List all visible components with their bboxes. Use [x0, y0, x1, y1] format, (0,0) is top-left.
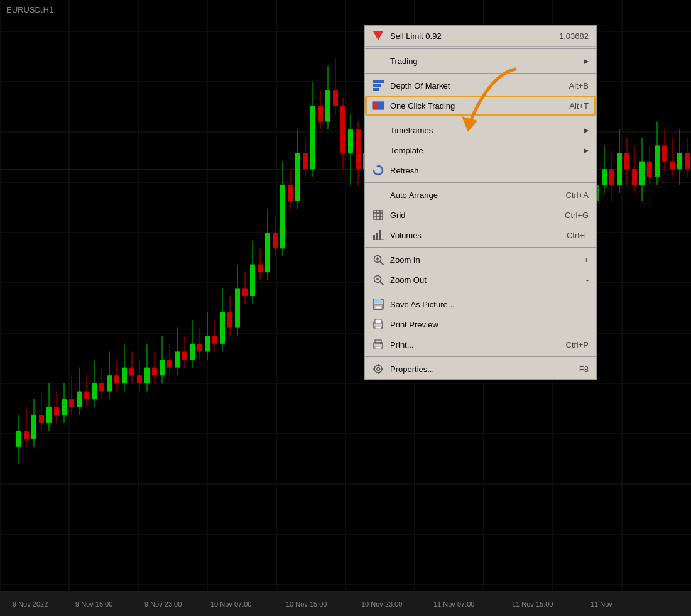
props-icon	[371, 362, 385, 376]
time-axis: 9 Nov 2022 9 Nov 15:00 9 Nov 23:00 10 No…	[0, 591, 691, 616]
svg-rect-21	[374, 299, 381, 303]
print-label: Print...	[390, 340, 566, 349]
separator-7	[365, 356, 596, 357]
svg-rect-23	[375, 306, 381, 309]
svg-rect-2	[373, 88, 379, 91]
grid-icon	[371, 208, 385, 222]
svg-rect-8	[374, 211, 383, 219]
time-label-3: 10 Nov 07:00	[210, 600, 251, 608]
sell-limit-icon	[371, 29, 385, 43]
menu-item-print-preview[interactable]: Print Preview	[365, 314, 596, 334]
arrow-annotation	[427, 63, 528, 147]
print-icon	[371, 338, 385, 351]
menu-item-print[interactable]: Print... Ctrl+P	[365, 334, 596, 355]
time-label-5: 10 Nov 23:00	[361, 600, 402, 608]
time-label-6: 11 Nov 07:00	[433, 600, 474, 608]
dom-shortcut: Alt+B	[569, 81, 589, 91]
separator-5	[365, 247, 596, 248]
menu-item-sell-limit[interactable]: Sell Limit 0.92 1.03682	[365, 26, 596, 47]
oct-shortcut: Alt+T	[569, 101, 589, 111]
svg-rect-29	[375, 346, 381, 349]
sell-limit-label: Sell Limit 0.92	[390, 31, 559, 41]
auto-arrange-label: Auto Arrange	[390, 190, 566, 200]
print-prev-icon	[371, 317, 385, 331]
svg-line-14	[380, 261, 383, 265]
svg-rect-26	[375, 326, 381, 329]
sell-limit-price: 1.03682	[559, 31, 589, 41]
svg-marker-37	[462, 116, 477, 132]
menu-item-zoom-in[interactable]: Zoom In +	[365, 250, 596, 270]
menu-item-properties[interactable]: Properties... F8	[365, 359, 596, 379]
properties-shortcut: F8	[579, 365, 589, 374]
svg-rect-30	[380, 343, 382, 344]
refresh-icon	[371, 163, 385, 177]
volumes-icon	[371, 228, 385, 242]
svg-rect-1	[373, 84, 381, 87]
refresh-label: Refresh	[390, 166, 589, 175]
volumes-shortcut: Ctrl+L	[567, 231, 589, 240]
timeframes-icon	[371, 123, 385, 137]
svg-line-18	[380, 282, 383, 285]
zoom-out-shortcut: -	[586, 275, 589, 285]
trading-icon	[371, 54, 385, 68]
time-label-0: 9 Nov 2022	[13, 600, 48, 608]
grid-shortcut: Ctrl+G	[565, 211, 589, 220]
timeframes-arrow: ▶	[584, 126, 589, 135]
menu-item-zoom-out[interactable]: Zoom Out -	[365, 270, 596, 290]
time-label-2: 9 Nov 23:00	[144, 600, 182, 608]
chart-title: EURUSD,H1	[6, 5, 53, 14]
zoom-in-shortcut: +	[584, 255, 589, 265]
auto-arrange-shortcut: Ctrl+A	[566, 190, 589, 200]
svg-rect-11	[379, 230, 381, 240]
save-as-picture-label: Save As Picture...	[390, 300, 589, 309]
svg-point-32	[377, 368, 380, 371]
menu-item-auto-arrange[interactable]: Auto Arrange Ctrl+A	[365, 185, 596, 205]
svg-rect-0	[373, 80, 384, 83]
auto-arrange-icon	[371, 188, 385, 202]
svg-rect-25	[375, 319, 381, 324]
oct-icon	[371, 99, 385, 113]
zoom-out-icon	[371, 273, 385, 287]
trading-arrow: ▶	[584, 57, 589, 65]
separator-6	[365, 292, 596, 292]
separator-1	[365, 48, 596, 49]
save-icon	[371, 297, 385, 311]
menu-item-save-as-picture[interactable]: Save As Picture...	[365, 294, 596, 314]
print-shortcut: Ctrl+P	[566, 340, 589, 349]
time-label-1: 9 Nov 15:00	[75, 600, 112, 608]
zoom-in-label: Zoom In	[390, 255, 584, 265]
svg-point-31	[374, 365, 382, 373]
print-preview-label: Print Preview	[390, 320, 589, 329]
separator-4	[365, 182, 596, 183]
template-icon	[371, 143, 385, 157]
template-arrow: ▶	[584, 146, 589, 155]
menu-item-volumes[interactable]: Volumes Ctrl+L	[365, 225, 596, 245]
zoom-in-icon	[371, 253, 385, 267]
properties-label: Properties...	[390, 365, 579, 374]
menu-item-grid[interactable]: Grid Ctrl+G	[365, 205, 596, 225]
time-label-7: 11 Nov 15:00	[512, 600, 553, 608]
time-label-4: 10 Nov 15:00	[286, 600, 327, 608]
svg-rect-10	[376, 233, 378, 240]
time-label-8: 11 Nov	[590, 600, 612, 608]
zoom-out-label: Zoom Out	[390, 275, 586, 285]
menu-item-refresh[interactable]: Refresh	[365, 160, 596, 180]
grid-label: Grid	[390, 211, 565, 220]
dom-icon	[371, 79, 385, 92]
volumes-label: Volumes	[390, 231, 567, 240]
